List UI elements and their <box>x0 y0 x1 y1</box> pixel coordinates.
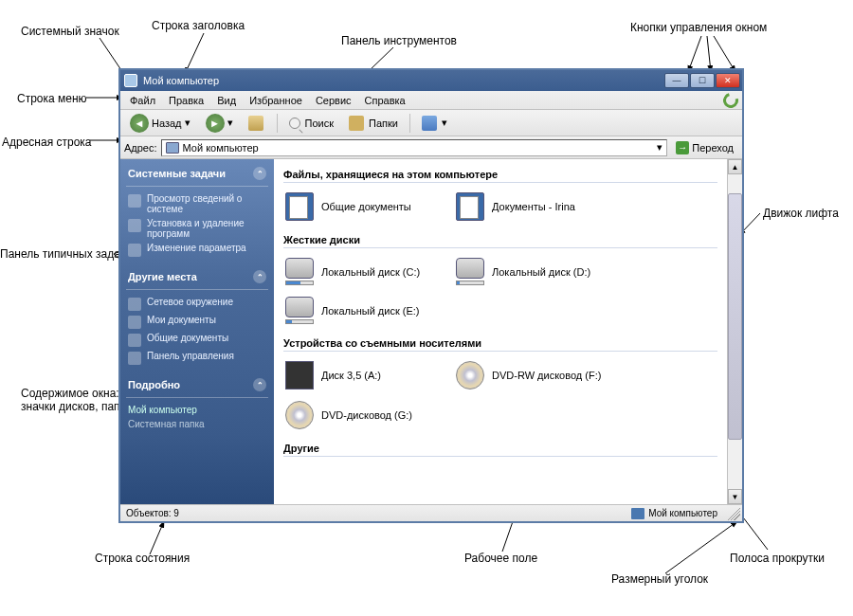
menu-file[interactable]: Файл <box>124 94 161 107</box>
sidebar-item[interactable]: Общие документы <box>126 331 268 349</box>
close-button[interactable]: ✕ <box>716 73 740 88</box>
file-item[interactable]: Документы - Irina <box>454 189 625 225</box>
info-icon <box>128 194 141 208</box>
file-item[interactable]: DVD-RW дисковод (F:) <box>454 357 625 393</box>
menu-favorites[interactable]: Избранное <box>244 94 308 107</box>
scroll-thumb[interactable] <box>728 193 742 440</box>
anno-menu-row: Строка меню <box>17 92 87 105</box>
sidebar-item[interactable]: Сетевое окружение <box>126 295 268 313</box>
folders-label: Папки <box>369 118 398 129</box>
toolbar: ◄ Назад ▾ ► ▾ Поиск Папки ▾ <box>120 110 742 136</box>
forward-button[interactable]: ► ▾ <box>202 112 237 135</box>
content-area[interactable]: Файлы, хранящиеся на этом компьютереОбщи… <box>274 159 727 504</box>
documents-icon <box>128 316 141 329</box>
file-item[interactable]: Локальный диск (E:) <box>283 293 454 328</box>
anno-toolbar: Панель инструментов <box>341 34 457 47</box>
system-icon[interactable] <box>124 74 137 87</box>
menu-service[interactable]: Сервис <box>310 94 357 107</box>
sidebar-item[interactable]: Панель управления <box>126 349 268 367</box>
collapse-icon[interactable]: ⌃ <box>253 378 266 391</box>
back-icon: ◄ <box>130 114 149 133</box>
sidebar-item[interactable]: Изменение параметра <box>126 241 268 259</box>
shared-docs-icon <box>128 334 141 347</box>
sidebar-header[interactable]: Другие места ⌃ <box>126 268 268 290</box>
anno-work-area: Рабочее поле <box>464 552 537 565</box>
collapse-icon[interactable]: ⌃ <box>253 270 266 283</box>
menu-help[interactable]: Справка <box>359 94 411 107</box>
anno-title-row: Строка заголовка <box>152 19 245 32</box>
section-header: Файлы, хранящиеся на этом компьютере <box>283 163 717 183</box>
svg-line-5 <box>714 36 735 72</box>
details-line: Системная папка <box>126 417 268 431</box>
anno-typical-tasks: Панель типичных задач <box>0 247 126 261</box>
chevron-down-icon: ▾ <box>442 117 447 129</box>
docfolder-icon <box>456 192 484 221</box>
section-header: Устройства со съемными носителями <box>283 332 717 352</box>
section-header: Жесткие диски <box>283 228 717 248</box>
item-label: Документы - Irina <box>492 201 575 212</box>
throbber-icon <box>720 90 741 111</box>
go-label: Переход <box>692 142 734 154</box>
sidebar-item[interactable]: Установка и удаление программ <box>126 216 268 241</box>
views-icon <box>422 116 437 131</box>
chevron-down-icon: ▾ <box>227 117 233 129</box>
collapse-icon[interactable]: ⌃ <box>253 167 266 180</box>
sidebar-header[interactable]: Подробно ⌃ <box>126 376 268 398</box>
sidebar-header-label: Другие места <box>128 271 197 282</box>
window-title: Мой компьютер <box>143 75 219 86</box>
up-button[interactable] <box>245 114 269 133</box>
maximize-button[interactable]: ☐ <box>690 73 715 88</box>
item-label: Общие документы <box>321 201 411 212</box>
dvd-icon <box>285 401 314 429</box>
file-item[interactable]: Локальный диск (D:) <box>454 254 625 289</box>
section-header: Другие <box>283 437 717 457</box>
anno-window-content: Содержимое окна: значки дисков, папок <box>21 387 131 413</box>
menu-edit[interactable]: Правка <box>163 94 209 107</box>
details-line: Мой компьютер <box>126 403 268 417</box>
go-icon: → <box>676 141 689 154</box>
scroll-down-button[interactable]: ▼ <box>728 489 742 504</box>
folders-icon <box>349 116 364 131</box>
menu-view[interactable]: Вид <box>211 94 242 107</box>
back-button[interactable]: ◄ Назад ▾ <box>126 112 194 135</box>
anno-scroll-thumb: Движок лифта <box>763 207 839 220</box>
addressbar: Адрес: Мой компьютер ▾ → Переход <box>120 136 742 159</box>
chevron-down-icon: ▾ <box>185 117 191 129</box>
vertical-scrollbar[interactable]: ▲ ▼ <box>727 159 742 504</box>
scroll-track[interactable] <box>728 174 742 489</box>
svg-line-4 <box>707 36 711 72</box>
disk-icon <box>456 258 484 279</box>
status-right: Мой компьютер <box>648 508 717 518</box>
anno-resize-corner: Размерный уголок <box>611 572 708 586</box>
sidebar-header-label: Подробно <box>128 379 180 390</box>
settings-icon <box>128 244 141 257</box>
chevron-down-icon[interactable]: ▾ <box>657 141 662 154</box>
address-value: Мой компьютер <box>183 142 259 154</box>
folders-button[interactable]: Папки <box>345 114 402 133</box>
control-panel-icon <box>128 352 141 365</box>
file-item[interactable]: Общие документы <box>283 189 454 225</box>
folder-up-icon <box>248 116 263 131</box>
file-item[interactable]: DVD-дисковод (G:) <box>283 397 454 433</box>
anno-system-icon: Системный значок <box>21 25 119 38</box>
views-button[interactable]: ▾ <box>418 114 451 133</box>
minimize-button[interactable]: — <box>664 73 689 88</box>
address-input[interactable]: Мой компьютер ▾ <box>161 139 668 156</box>
file-item[interactable]: Локальный диск (C:) <box>283 254 454 289</box>
go-button[interactable]: → Переход <box>671 140 738 155</box>
explorer-window: Мой компьютер — ☐ ✕ Файл Правка Вид Избр… <box>118 68 744 523</box>
item-label: Локальный диск (E:) <box>321 305 420 317</box>
network-icon <box>128 298 141 311</box>
search-button[interactable]: Поиск <box>285 116 337 131</box>
search-icon <box>289 118 300 129</box>
file-item[interactable]: Диск 3,5 (A:) <box>283 357 454 393</box>
scroll-up-button[interactable]: ▲ <box>728 159 742 174</box>
sidebar-item[interactable]: Мои документы <box>126 313 268 331</box>
sidebar-item[interactable]: Просмотр сведений о системе <box>126 191 268 216</box>
sgroup-details: Подробно ⌃ Мой компьютер Системная папка <box>126 376 268 431</box>
task-pane: Системные задачи ⌃ Просмотр сведений о с… <box>120 159 274 504</box>
titlebar[interactable]: Мой компьютер — ☐ ✕ <box>120 70 742 91</box>
sidebar-header[interactable]: Системные задачи ⌃ <box>126 165 268 187</box>
anno-window-buttons: Кнопки управления окном <box>630 21 767 34</box>
resize-grip[interactable] <box>727 507 740 520</box>
